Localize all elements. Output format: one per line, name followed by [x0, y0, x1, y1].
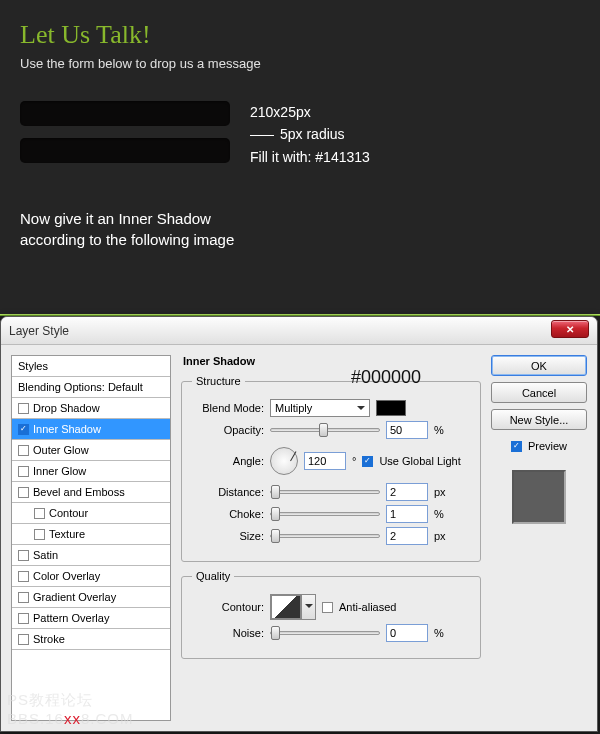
dialog-title: Layer Style — [9, 324, 69, 338]
cancel-button[interactable]: Cancel — [491, 382, 587, 403]
checkbox-icon[interactable] — [34, 508, 45, 519]
spec-text: 210x25px 5px radius Fill it with: #14131… — [250, 101, 370, 168]
title-bar[interactable]: Layer Style ✕ — [1, 317, 597, 345]
leader-line — [250, 135, 274, 136]
degree-unit: ° — [352, 455, 356, 467]
pct-unit: % — [434, 508, 444, 520]
layer-style-dialog: Layer Style ✕ #000000 Styles Blending Op… — [0, 316, 598, 732]
panel-title: Inner Shadow — [181, 355, 481, 367]
close-button[interactable]: ✕ — [551, 320, 589, 338]
slider-thumb-icon[interactable] — [271, 485, 280, 499]
quality-legend: Quality — [192, 570, 234, 582]
angle-input[interactable] — [304, 452, 346, 470]
structure-legend: Structure — [192, 375, 245, 387]
fields-row: 210x25px 5px radius Fill it with: #14131… — [20, 101, 580, 168]
structure-group: Structure Blend Mode: Multiply Opacity: … — [181, 375, 481, 562]
style-texture[interactable]: Texture — [12, 524, 170, 545]
style-pattern-overlay[interactable]: Pattern Overlay — [12, 608, 170, 629]
checkbox-icon[interactable] — [18, 466, 29, 477]
opacity-label: Opacity: — [192, 424, 264, 436]
blend-mode-select[interactable]: Multiply — [270, 399, 370, 417]
checkbox-icon[interactable] — [18, 445, 29, 456]
tutorial-area: Let Us Talk! Use the form below to drop … — [0, 0, 600, 314]
contour-picker[interactable] — [270, 594, 316, 620]
pct-unit: % — [434, 424, 444, 436]
anti-aliased-checkbox[interactable] — [322, 602, 333, 613]
color-swatch[interactable] — [376, 400, 406, 416]
noise-input[interactable] — [386, 624, 428, 642]
blending-options[interactable]: Blending Options: Default — [12, 377, 170, 398]
blend-mode-label: Blend Mode: — [192, 402, 264, 414]
instruction-text: Now give it an Inner Shadow according to… — [20, 208, 580, 250]
hex-annotation: #000000 — [351, 367, 421, 388]
page-title: Let Us Talk! — [20, 20, 580, 50]
styles-sidebar: Styles Blending Options: Default Drop Sh… — [11, 355, 171, 721]
watermark: PS教程论坛 BBS.16xx8.COM — [7, 691, 133, 727]
angle-label: Angle: — [192, 455, 264, 467]
styles-head[interactable]: Styles — [12, 356, 170, 377]
px-unit: px — [434, 530, 446, 542]
ok-button[interactable]: OK — [491, 355, 587, 376]
style-outer-glow[interactable]: Outer Glow — [12, 440, 170, 461]
style-bevel-emboss[interactable]: Bevel and Emboss — [12, 482, 170, 503]
size-label: Size: — [192, 530, 264, 542]
opacity-slider[interactable] — [270, 428, 380, 432]
spec-radius: 5px radius — [280, 126, 345, 142]
distance-label: Distance: — [192, 486, 264, 498]
global-light-label: Use Global Light — [379, 455, 460, 467]
noise-label: Noise: — [192, 627, 264, 639]
input-sample-1 — [20, 101, 230, 126]
page-subtitle: Use the form below to drop us a message — [20, 56, 580, 71]
px-unit: px — [434, 486, 446, 498]
slider-thumb-icon[interactable] — [271, 626, 280, 640]
size-slider[interactable] — [270, 534, 380, 538]
style-gradient-overlay[interactable]: Gradient Overlay — [12, 587, 170, 608]
style-drop-shadow[interactable]: Drop Shadow — [12, 398, 170, 419]
spec-dims: 210x25px — [250, 101, 370, 123]
style-inner-glow[interactable]: Inner Glow — [12, 461, 170, 482]
checkbox-icon[interactable] — [18, 592, 29, 603]
style-inner-shadow[interactable]: Inner Shadow — [12, 419, 170, 440]
chevron-down-icon[interactable] — [301, 595, 315, 619]
angle-dial[interactable] — [270, 447, 298, 475]
distance-input[interactable] — [386, 483, 428, 501]
style-stroke[interactable]: Stroke — [12, 629, 170, 650]
right-buttons: OK Cancel New Style... Preview — [491, 355, 587, 721]
contour-preview-icon — [271, 595, 301, 619]
pct-unit: % — [434, 627, 444, 639]
preview-checkbox[interactable] — [511, 441, 522, 452]
choke-input[interactable] — [386, 505, 428, 523]
checkbox-icon[interactable] — [18, 613, 29, 624]
input-sample-2 — [20, 138, 230, 163]
checkbox-icon[interactable] — [34, 529, 45, 540]
style-contour[interactable]: Contour — [12, 503, 170, 524]
quality-group: Quality Contour: Anti-aliased Noise: % — [181, 570, 481, 659]
preview-swatch — [512, 470, 566, 524]
spec-fill: Fill it with: #141313 — [250, 146, 370, 168]
anti-aliased-label: Anti-aliased — [339, 601, 396, 613]
style-satin[interactable]: Satin — [12, 545, 170, 566]
distance-slider[interactable] — [270, 490, 380, 494]
checkbox-icon[interactable] — [18, 571, 29, 582]
noise-slider[interactable] — [270, 631, 380, 635]
checkbox-icon[interactable] — [18, 550, 29, 561]
size-input[interactable] — [386, 527, 428, 545]
choke-slider[interactable] — [270, 512, 380, 516]
checkbox-icon[interactable] — [18, 634, 29, 645]
slider-thumb-icon[interactable] — [271, 507, 280, 521]
checkbox-icon[interactable] — [18, 403, 29, 414]
choke-label: Choke: — [192, 508, 264, 520]
checkbox-checked-icon[interactable] — [18, 424, 29, 435]
new-style-button[interactable]: New Style... — [491, 409, 587, 430]
global-light-checkbox[interactable] — [362, 456, 373, 467]
contour-label: Contour: — [192, 601, 264, 613]
settings-panel: Inner Shadow Structure Blend Mode: Multi… — [181, 355, 481, 721]
checkbox-icon[interactable] — [18, 487, 29, 498]
slider-thumb-icon[interactable] — [319, 423, 328, 437]
style-color-overlay[interactable]: Color Overlay — [12, 566, 170, 587]
preview-label: Preview — [528, 440, 567, 452]
slider-thumb-icon[interactable] — [271, 529, 280, 543]
opacity-input[interactable] — [386, 421, 428, 439]
